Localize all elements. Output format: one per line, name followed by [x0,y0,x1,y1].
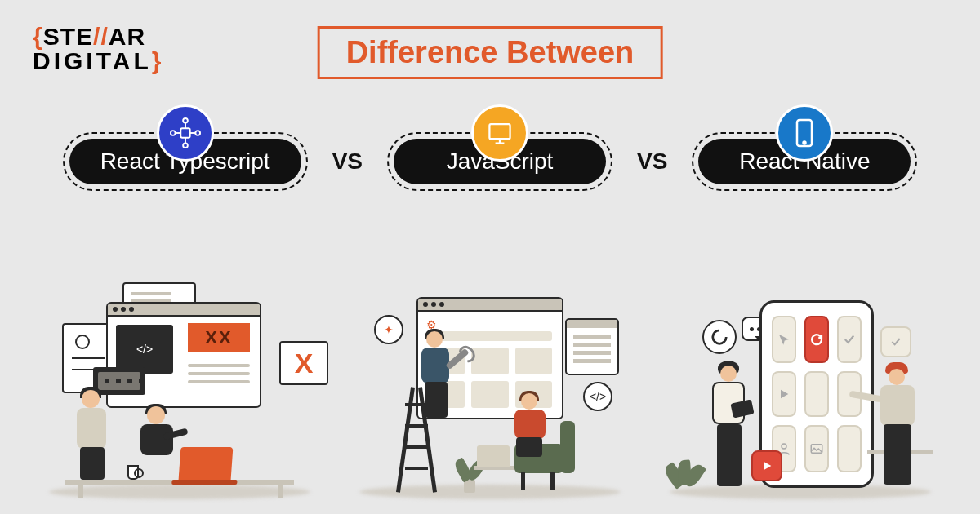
person-leaning-icon [869,366,926,488]
loading-bubble-icon [702,320,737,354]
laptop-icon [179,447,234,480]
illustrations-row: </> XX X ✦ ⚙ </> [0,277,980,506]
app-play-icon [772,371,796,417]
popup-window-icon [565,318,619,375]
person-with-wrench-icon [412,331,457,421]
person-icon [131,406,180,480]
error-panel-icon: XX [188,323,250,352]
vs-separator-1: VS [332,148,363,175]
logo-text-1a: STE [43,23,93,50]
logo-text-2: DIGITAL [33,47,152,74]
pill-native: React Native [692,104,917,191]
mobile-icon [776,104,833,162]
tablet-icon [730,399,754,418]
monitor-icon [471,104,528,162]
code-block-icon: </> [116,325,173,374]
brand-logo: {STE//AR DIGITAL} [33,24,162,73]
app-blank-icon [837,425,862,472]
close-panel-icon: X [279,341,328,385]
app-check-icon [880,326,911,357]
svg-point-2 [183,143,188,148]
svg-point-14 [782,444,786,449]
vs-separator-2: VS [637,148,667,175]
page-title: Difference Between [318,26,663,79]
illustration-typescript: </> XX X [33,277,327,506]
svg-point-1 [183,118,188,123]
illustration-javascript: ✦ ⚙ </> [343,277,637,506]
svg-rect-9 [489,124,510,139]
pill-typescript: React Typescript [63,104,308,191]
app-check-icon [837,316,862,363]
network-icon [157,104,214,162]
title-text: Difference Between [346,35,635,69]
person-with-tablet-icon [704,366,750,488]
brace-close-icon: } [152,47,163,74]
svg-point-3 [171,131,176,135]
svg-rect-0 [180,128,189,137]
logo-slash-icon: // [93,23,109,50]
code-badge-icon: </> [583,382,612,411]
svg-point-13 [804,142,806,144]
person-seated-icon [503,393,552,457]
app-cursor-icon [772,316,796,363]
app-refresh-icon [804,316,829,363]
logo-text-1b: AR [109,23,145,50]
person-icon [69,390,109,480]
app-play-icon [751,450,782,481]
plant-icon [668,445,701,491]
svg-point-4 [195,131,200,135]
comparison-row: React Typescript VS JavaScript VS React … [0,104,980,191]
pill-javascript: JavaScript [387,104,612,191]
illustration-native [653,277,947,506]
app-blank-icon [804,371,829,417]
brace-open-icon: { [33,23,43,50]
app-image-icon [804,425,829,472]
